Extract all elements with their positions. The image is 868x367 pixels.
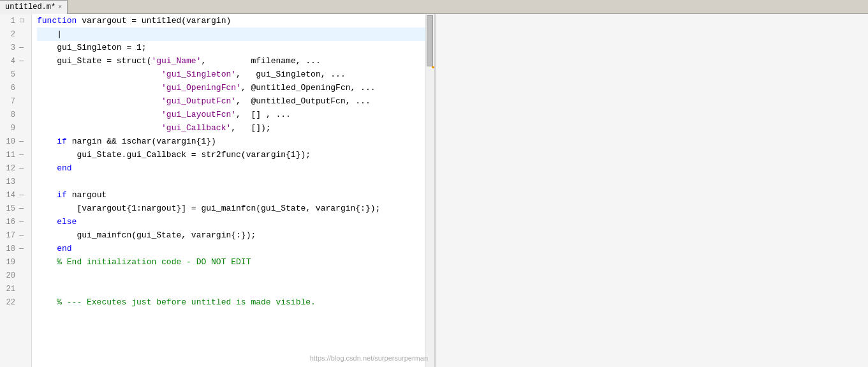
fold-dash: — [18, 231, 24, 240]
line-num: 7 [3, 97, 18, 106]
line-num: 16 [3, 218, 18, 227]
tab-bar: untitled.m* × [0, 0, 868, 14]
code-line: end [37, 242, 425, 255]
code-line: gui_Singleton = 1; [37, 41, 425, 54]
line-num: 22 [3, 298, 18, 307]
fold-dash: — [18, 137, 24, 146]
token: if [57, 137, 67, 146]
token: , mfilename, ... [201, 56, 320, 66]
token: varargout = untitled(varargin) [77, 16, 231, 26]
line-num: 20 [3, 271, 18, 280]
code-line: 'gui_OutputFcn', @untitled_OutputFcn, ..… [37, 94, 425, 108]
editor-body: 1□23—4—5678910—11—12—1314—15—16—17—18—19… [0, 14, 868, 367]
code-line [37, 282, 425, 296]
watermark: https://blog.csdn.net/surpersurperman [310, 354, 428, 362]
collapse-icon[interactable]: □ [18, 17, 26, 24]
fold-dash: — [18, 204, 24, 213]
token [37, 96, 161, 106]
line-num: 13 [3, 177, 18, 186]
scrollbar[interactable] [425, 14, 434, 367]
fold-dash: — [18, 43, 24, 52]
code-line: % --- Executes just before untitled is m… [37, 296, 425, 309]
editor-container: untitled.m* × 1□23—4—5678910—11—12—1314—… [0, 0, 868, 367]
code-line: else [37, 215, 425, 228]
line-num: 1 [3, 17, 18, 26]
code-line: if nargin && ischar(varargin{1}) [37, 135, 425, 148]
line-number-row: 3— [0, 41, 29, 54]
right-panel [434, 14, 868, 367]
line-number-row: 22 [0, 296, 29, 309]
line-num: 4 [3, 57, 18, 66]
token: nargout [67, 190, 107, 200]
token: % End initialization code - DO NOT EDIT [37, 257, 251, 267]
line-num: 2 [3, 30, 18, 39]
line-num: 17 [3, 231, 18, 240]
fold-dash: — [18, 164, 24, 173]
editor-tab[interactable]: untitled.m* × [0, 0, 68, 14]
line-number-row: 16— [0, 215, 29, 228]
token: , gui_Singleton, ... [236, 70, 346, 79]
code-line [37, 269, 425, 282]
token: 'gui_OutputFcn' [161, 96, 236, 106]
line-num: 19 [3, 258, 18, 267]
line-number-row: 10— [0, 135, 29, 148]
token: end [57, 244, 71, 253]
token [37, 190, 57, 200]
token: gui_State = struct( [37, 56, 151, 66]
line-num: 11 [3, 151, 18, 160]
token [37, 110, 161, 119]
token: gui_Singleton = 1; [37, 43, 147, 52]
scrollbar-thumb[interactable] [427, 15, 433, 66]
line-number-row: 18— [0, 242, 29, 255]
line-num: 6 [3, 84, 18, 93]
line-number-row: 21 [0, 282, 29, 296]
token: , @untitled_OutputFcn, ... [236, 96, 371, 106]
line-number-row: 11— [0, 148, 29, 161]
line-num: 14 [3, 191, 18, 200]
fold-dash: — [18, 191, 24, 200]
line-num: 12 [3, 164, 18, 173]
line-number-row: 1□ [0, 14, 29, 27]
line-num: 18 [3, 244, 18, 253]
token [37, 244, 57, 253]
token: , []); [231, 123, 270, 133]
code-line: gui_State.gui_Callback = str2func(vararg… [37, 148, 425, 161]
line-num: 8 [3, 110, 18, 119]
left-panel: 1□23—4—5678910—11—12—1314—15—16—17—18—19… [0, 14, 434, 367]
line-num: 21 [3, 285, 18, 294]
code-line: 'gui_LayoutFcn', [] , ... [37, 108, 425, 121]
tab-label: untitled.m* [5, 3, 55, 11]
line-num: 10 [3, 137, 18, 146]
token [37, 70, 161, 79]
line-num: 3 [3, 43, 18, 52]
code-area[interactable]: function varargout = untitled(varargin) … [32, 14, 425, 367]
code-line: if nargout [37, 188, 425, 202]
code-line: gui_mainfcn(gui_State, varargin{:}); [37, 228, 425, 242]
code-line: 'gui_Singleton', gui_Singleton, ... [37, 68, 425, 81]
token: nargin && ischar(varargin{1}) [67, 137, 216, 146]
token: function [37, 16, 77, 26]
token [37, 83, 161, 93]
tab-close-button[interactable]: × [58, 4, 62, 11]
token [37, 123, 161, 133]
token: else [57, 217, 77, 227]
line-number-row: 12— [0, 161, 29, 175]
token: | [37, 29, 62, 39]
line-number-row: 4— [0, 54, 29, 68]
token: 'gui_OpeningFcn' [161, 83, 241, 93]
code-line: gui_State = struct('gui_Name', mfilename… [37, 54, 425, 68]
code-line: function varargout = untitled(varargin) [37, 14, 425, 27]
code-line: % End initialization code - DO NOT EDIT [37, 255, 425, 269]
line-number-row: 14— [0, 188, 29, 202]
line-number-row: 6 [0, 81, 29, 94]
line-number-row: 8 [0, 108, 29, 121]
token: [varargout{1:nargout}] = gui_mainfcn(gui… [37, 204, 380, 213]
line-number-row: 17— [0, 228, 29, 242]
code-line: 'gui_Callback', []); [37, 121, 425, 135]
token: , [] , ... [236, 110, 291, 119]
line-num: 9 [3, 124, 18, 133]
token [37, 137, 57, 146]
line-numbers: 1□23—4—5678910—11—12—1314—15—16—17—18—19… [0, 14, 32, 367]
token: % --- Executes just before untitled is m… [37, 297, 316, 307]
token: , @untitled_OpeningFcn, ... [241, 83, 376, 93]
